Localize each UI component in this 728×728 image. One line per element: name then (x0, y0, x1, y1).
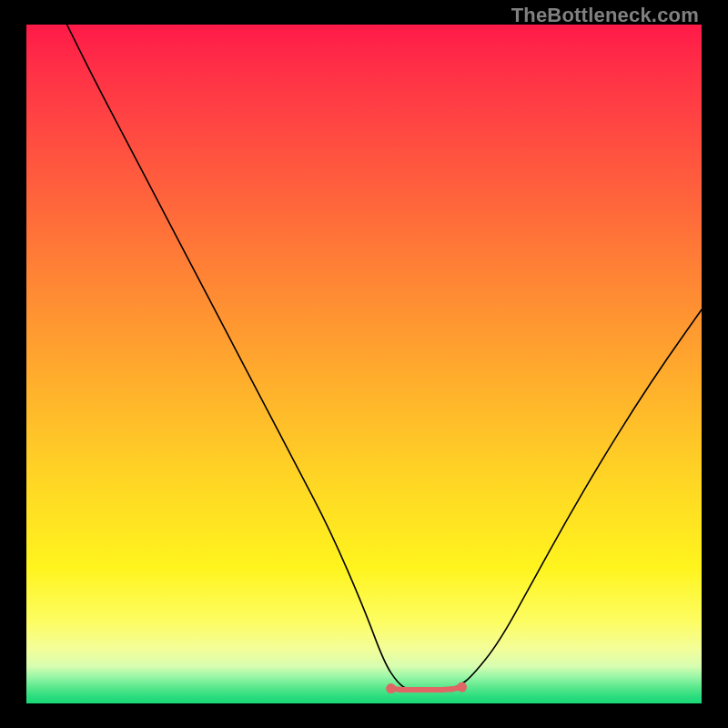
chart-plot-area (26, 25, 702, 703)
chart-frame: TheBottleneck.com (0, 0, 728, 728)
watermark-text: TheBottleneck.com (511, 4, 699, 27)
